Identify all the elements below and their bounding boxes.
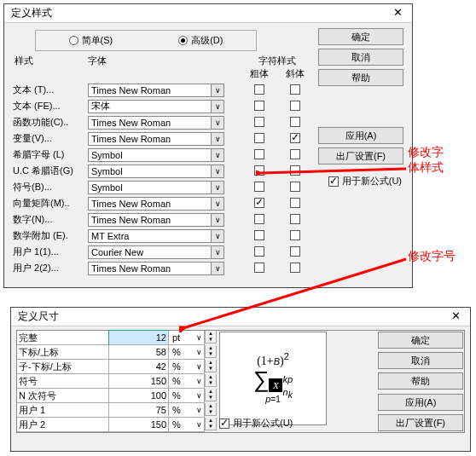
italic-checkbox[interactable] (290, 182, 300, 192)
italic-checkbox[interactable] (290, 84, 300, 95)
apply-button[interactable]: 应用(A) (318, 127, 403, 144)
combo-value: Times New Roman (91, 199, 171, 209)
bold-checkbox[interactable] (254, 101, 264, 111)
unit-text: % (172, 405, 181, 415)
style-row: 用户 1(1)...Courier New∨ (11, 244, 405, 260)
italic-checkbox[interactable] (290, 246, 300, 257)
step-up-icon: ▲ (208, 389, 213, 395)
font-combo[interactable]: Times New Roman∨ (88, 197, 224, 211)
stepper[interactable]: ▲▼ (205, 403, 217, 416)
step-down-icon: ▼ (208, 351, 213, 357)
italic-checkbox[interactable] (290, 133, 300, 143)
radio-label: 简单(S) (82, 34, 113, 47)
font-combo[interactable]: Times New Roman∨ (88, 84, 224, 97)
chevron-down-icon: ∨ (196, 391, 202, 400)
unit-text: % (172, 361, 181, 372)
stepper[interactable]: ▲▼ (205, 389, 217, 401)
close-icon[interactable]: ✕ (444, 309, 467, 325)
stepper[interactable]: ▲▼ (205, 360, 217, 372)
font-combo[interactable]: Times New Roman∨ (88, 132, 224, 146)
bold-checkbox[interactable] (254, 117, 264, 127)
stepper[interactable]: ▲▼ (205, 345, 217, 358)
radio-icon (69, 36, 78, 45)
size-unit-combo[interactable]: %∨ (169, 345, 205, 360)
checkbox-icon (328, 176, 339, 187)
stepper[interactable]: ▲▼ (205, 331, 217, 343)
chevron-down-icon: ∨ (211, 165, 223, 177)
italic-checkbox[interactable] (290, 214, 300, 224)
ok-button[interactable]: 确定 (378, 332, 463, 349)
combo-value: Times New Roman (91, 134, 171, 144)
bold-checkbox[interactable] (254, 182, 264, 192)
chevron-down-icon: ∨ (211, 230, 223, 242)
style-label: 文本 (FE)... (11, 100, 88, 113)
size-value-input[interactable]: 150 (109, 374, 169, 389)
help-button[interactable]: 帮助 (378, 372, 463, 390)
unit-text: % (172, 347, 181, 357)
step-up-icon: ▲ (208, 374, 213, 380)
font-combo[interactable]: MT Extra∨ (88, 229, 224, 243)
combo-value: Times New Roman (91, 215, 171, 225)
size-unit-combo[interactable]: %∨ (169, 360, 205, 374)
italic-checkbox[interactable] (290, 149, 300, 159)
chevron-down-icon: ∨ (196, 362, 202, 371)
factory-button[interactable]: 出厂设置(F) (318, 147, 403, 165)
simple-radio[interactable]: 简单(S) (69, 34, 113, 47)
font-combo[interactable]: 宋体∨ (88, 100, 224, 113)
style-label: 变量(V)... (11, 132, 88, 145)
size-value-input[interactable]: 58 (109, 345, 169, 360)
checkbox-label: 用于新公式(U) (233, 417, 293, 430)
bold-checkbox[interactable] (254, 84, 264, 95)
help-button[interactable]: 帮助 (318, 69, 403, 86)
bold-checkbox[interactable] (254, 246, 264, 257)
size-value-input[interactable]: 12 (109, 331, 169, 345)
stepper[interactable]: ▲▼ (205, 374, 217, 387)
annotation-modify-style: 修改字体样式 (408, 145, 444, 176)
italic-checkbox[interactable] (290, 263, 300, 273)
italic-checkbox[interactable] (290, 165, 300, 176)
cancel-button[interactable]: 取消 (318, 49, 403, 66)
size-label: 用户 2 (17, 418, 109, 432)
cancel-button[interactable]: 取消 (378, 352, 463, 369)
font-combo[interactable]: Symbol∨ (88, 181, 224, 194)
size-value-input[interactable]: 100 (109, 389, 169, 403)
bold-checkbox[interactable] (254, 263, 264, 273)
size-unit-combo[interactable]: %∨ (169, 418, 205, 432)
size-unit-combo[interactable]: %∨ (169, 374, 205, 389)
size-unit-combo[interactable]: pt∨ (169, 331, 205, 345)
italic-checkbox[interactable] (290, 230, 300, 240)
size-unit-combo[interactable]: %∨ (169, 403, 205, 418)
factory-button[interactable]: 出厂设置(F) (378, 414, 463, 431)
size-value-input[interactable]: 75 (109, 403, 169, 418)
font-combo[interactable]: Symbol∨ (88, 148, 224, 162)
bold-checkbox[interactable] (254, 149, 264, 159)
font-combo[interactable]: Times New Roman∨ (88, 262, 224, 275)
use-for-new-checkbox[interactable]: 用于新公式(U) (219, 417, 293, 430)
apply-button[interactable]: 应用(A) (378, 394, 463, 411)
font-combo[interactable]: Times New Roman∨ (88, 116, 224, 130)
close-icon[interactable]: ✕ (386, 6, 409, 21)
bold-checkbox[interactable] (254, 165, 264, 176)
size-value-input[interactable]: 150 (109, 418, 169, 432)
unit-text: % (172, 390, 181, 401)
bold-checkbox[interactable] (254, 214, 264, 224)
ok-button[interactable]: 确定 (318, 28, 403, 45)
font-combo[interactable]: Times New Roman∨ (88, 213, 224, 227)
bold-checkbox[interactable] (254, 198, 264, 208)
bold-checkbox[interactable] (254, 230, 264, 240)
font-combo[interactable]: Symbol∨ (88, 165, 224, 178)
advanced-radio[interactable]: 高级(D) (178, 34, 223, 47)
chevron-down-icon: ∨ (196, 406, 202, 414)
chevron-down-icon: ∨ (196, 420, 202, 429)
italic-checkbox[interactable] (290, 101, 300, 111)
italic-checkbox[interactable] (290, 117, 300, 127)
step-down-icon: ▼ (208, 424, 213, 430)
font-combo[interactable]: Courier New∨ (88, 245, 224, 259)
size-label: 用户 1 (17, 403, 109, 418)
italic-checkbox[interactable] (290, 198, 300, 208)
bold-checkbox[interactable] (254, 133, 264, 143)
size-value-input[interactable]: 42 (109, 360, 169, 374)
use-for-new-checkbox[interactable]: 用于新公式(U) (328, 175, 402, 188)
stepper[interactable]: ▲▼ (205, 418, 217, 430)
size-unit-combo[interactable]: %∨ (169, 389, 205, 403)
